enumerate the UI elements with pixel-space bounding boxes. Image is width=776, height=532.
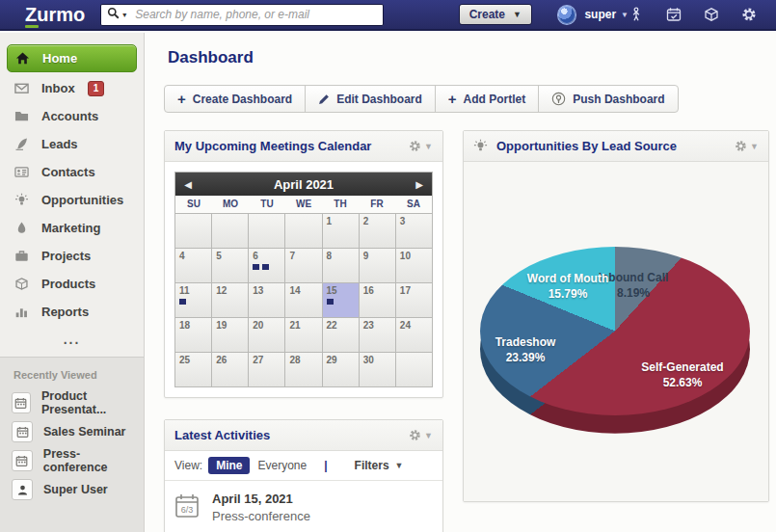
inbox-icon bbox=[14, 81, 29, 95]
calendar-cell-6[interactable]: 6 bbox=[249, 249, 284, 282]
sidebar-item-accounts[interactable]: Accounts bbox=[0, 102, 144, 130]
calendar-cell-30[interactable]: 30 bbox=[360, 353, 395, 386]
create-dashboard-button[interactable]: +Create Dashboard bbox=[164, 85, 306, 113]
calendar-cell-12[interactable]: 12 bbox=[212, 283, 248, 317]
sidebar-item-marketing[interactable]: Marketing bbox=[0, 214, 144, 242]
sidebar-nav: HomeInbox1AccountsLeadsContactsOpportuni… bbox=[0, 33, 144, 326]
calendar-cell-21[interactable]: 21 bbox=[285, 318, 321, 352]
calendar-cell-15[interactable]: 15 bbox=[323, 283, 359, 317]
calendar-cell-8[interactable]: 8 bbox=[323, 249, 359, 282]
portlet-settings-button[interactable]: ▼ bbox=[409, 140, 433, 152]
sidebar-item-inbox[interactable]: Inbox1 bbox=[0, 74, 144, 102]
portlet-settings-button[interactable]: ▼ bbox=[409, 429, 433, 441]
sidebar-item-reports[interactable]: Reports bbox=[0, 298, 144, 326]
calendar-day-number: 5 bbox=[216, 251, 222, 261]
calendar-cell-10[interactable]: 10 bbox=[396, 249, 432, 282]
edit-dashboard-button[interactable]: Edit Dashboard bbox=[305, 85, 436, 113]
portlet-gear-icon bbox=[735, 140, 747, 152]
meeting-event-marker[interactable] bbox=[253, 264, 259, 270]
calendar-cell-25[interactable]: 25 bbox=[175, 353, 211, 386]
user-menu[interactable]: super ▼ bbox=[584, 8, 629, 21]
sidebar-item-contacts[interactable]: Contacts bbox=[0, 158, 144, 186]
pie-labels: Inbound Call8.19%Self-Generated52.63%Tra… bbox=[464, 162, 768, 501]
recent-item[interactable]: Super User bbox=[0, 475, 144, 504]
gear-icon[interactable] bbox=[741, 7, 757, 22]
calendar-cell-18[interactable]: 18 bbox=[175, 318, 211, 352]
calendar-cell-24[interactable]: 24 bbox=[396, 318, 432, 352]
sidebar-item-leads[interactable]: Leads bbox=[0, 130, 144, 158]
calendar-cell-2[interactable]: 2 bbox=[360, 214, 395, 248]
main-content: Dashboard +Create DashboardEdit Dashboar… bbox=[145, 33, 776, 532]
pie-chart[interactable]: Inbound Call8.19%Self-Generated52.63%Tra… bbox=[464, 162, 768, 501]
add-portlet-button[interactable]: +Add Portlet bbox=[435, 85, 539, 113]
calendar-cell-26[interactable]: 26 bbox=[212, 353, 248, 386]
calendar-grid: 1234567891011121314151617181920212223242… bbox=[175, 214, 432, 386]
calendar-cell-29[interactable]: 29 bbox=[323, 353, 359, 386]
view-option-everyone[interactable]: Everyone bbox=[250, 457, 314, 474]
filters-button[interactable]: Filters ▼ bbox=[355, 459, 404, 472]
search-icon[interactable] bbox=[107, 6, 120, 23]
calendar-prev-button[interactable]: ◀ bbox=[175, 179, 201, 190]
calendar-cell-23[interactable]: 23 bbox=[360, 318, 395, 352]
search-input[interactable] bbox=[133, 7, 376, 22]
calendar-day-number: 6 bbox=[253, 251, 258, 261]
calendar-next-button[interactable]: ▶ bbox=[407, 179, 432, 190]
activities-portlet-header: Latest Activities ▼ bbox=[165, 420, 442, 451]
topbar: Zurmo ▾ Create ▼ super ▼ bbox=[0, 0, 776, 31]
calendar-cell-14[interactable]: 14 bbox=[285, 283, 321, 317]
calendar-cell-4[interactable]: 4 bbox=[175, 249, 211, 282]
sidebar-item-projects[interactable]: Projects bbox=[0, 242, 144, 270]
action-button-label: Edit Dashboard bbox=[336, 93, 422, 106]
global-search[interactable]: ▾ bbox=[100, 4, 383, 26]
cube-icon[interactable] bbox=[704, 7, 719, 22]
calendar-day-number: 21 bbox=[289, 320, 300, 331]
meeting-event-marker[interactable] bbox=[262, 264, 269, 270]
calendar-cell-17[interactable]: 17 bbox=[396, 283, 432, 317]
calendar-cell-19[interactable]: 19 bbox=[212, 318, 248, 352]
meeting-event-marker[interactable] bbox=[179, 299, 186, 305]
sidebar-item-home[interactable]: Home bbox=[7, 44, 137, 72]
activity-name[interactable]: Press-conference bbox=[212, 509, 310, 523]
calendar-portlet: My Upcoming Meetings Calendar ▼ ◀ April … bbox=[164, 130, 443, 398]
sidebar-item-label: Reports bbox=[41, 305, 89, 319]
marketing-icon bbox=[14, 221, 29, 235]
activity-item[interactable]: 6/3April 15, 2021Press-conference bbox=[165, 481, 442, 532]
calendar-cell-empty bbox=[212, 214, 248, 248]
chart-portlet-header: Opportunities By Lead Source ▼ bbox=[464, 131, 768, 162]
sidebar-item-opportunities[interactable]: Opportunities bbox=[0, 186, 144, 214]
slice-percent: 8.19% bbox=[599, 286, 669, 302]
view-option-mine[interactable]: Mine bbox=[208, 457, 250, 474]
recent-item[interactable]: Sales Seminar bbox=[0, 417, 144, 446]
sidebar-more-button[interactable]: ... bbox=[0, 326, 144, 357]
calendar-cell-20[interactable]: 20 bbox=[249, 318, 284, 352]
sidebar-item-products[interactable]: Products bbox=[0, 270, 144, 298]
calendar-cell-7[interactable]: 7 bbox=[285, 249, 321, 282]
portlet-gear-icon bbox=[409, 429, 421, 441]
portlet-settings-button[interactable]: ▼ bbox=[735, 140, 759, 152]
create-button[interactable]: Create ▼ bbox=[459, 4, 532, 25]
calendar-cell-5[interactable]: 5 bbox=[212, 249, 248, 282]
recent-item[interactable]: Press-conference bbox=[0, 446, 144, 475]
slice-percent: 15.79% bbox=[527, 287, 608, 303]
calendar-cell-9[interactable]: 9 bbox=[360, 249, 395, 282]
calendar-cell-28[interactable]: 28 bbox=[285, 353, 321, 386]
meeting-event-marker[interactable] bbox=[327, 299, 334, 305]
home-icon bbox=[15, 51, 30, 66]
calendar-cell-1[interactable]: 1 bbox=[323, 214, 359, 248]
calendar-day-header: FR bbox=[359, 196, 395, 213]
calendar-cell-11[interactable]: 11 bbox=[175, 283, 211, 317]
pie-slice-label: Inbound Call8.19% bbox=[599, 271, 669, 301]
avatar[interactable] bbox=[557, 5, 576, 25]
user-admin-icon[interactable] bbox=[629, 7, 644, 22]
calendar-cell-16[interactable]: 16 bbox=[360, 283, 395, 317]
calendar-cell-22[interactable]: 22 bbox=[323, 318, 359, 352]
calendar-cell-empty bbox=[175, 214, 211, 248]
recent-item[interactable]: Product Presentat... bbox=[0, 388, 144, 417]
app-logo[interactable]: Zurmo bbox=[25, 5, 85, 24]
calendar-cell-13[interactable]: 13 bbox=[249, 283, 284, 317]
push-dashboard-button[interactable]: Push Dashboard bbox=[538, 85, 678, 113]
calendar-cell-3[interactable]: 3 bbox=[396, 214, 432, 248]
calendar-icon[interactable] bbox=[666, 7, 682, 22]
search-scope-caret-icon[interactable]: ▾ bbox=[122, 11, 126, 19]
calendar-cell-27[interactable]: 27 bbox=[249, 353, 284, 386]
